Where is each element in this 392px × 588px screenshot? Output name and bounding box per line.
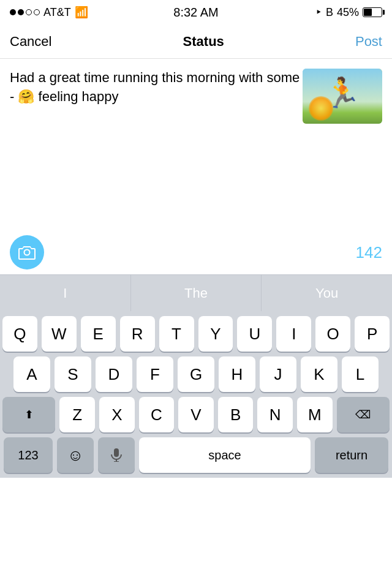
battery-fill [364, 9, 372, 16]
status-time: 8:32 AM [173, 6, 218, 20]
post-button[interactable]: Post [355, 34, 382, 50]
key-u[interactable]: U [237, 316, 272, 352]
key-f[interactable]: F [137, 356, 173, 392]
autocomplete-bar: I The You [0, 274, 392, 311]
return-key[interactable]: return [315, 437, 388, 473]
nav-bar: Cancel Status Post [0, 24, 392, 59]
key-q[interactable]: Q [2, 316, 37, 352]
bottom-toolbar: 142 [0, 230, 392, 274]
key-g[interactable]: G [178, 356, 214, 392]
emoji-key[interactable]: ☺ [57, 437, 94, 473]
carrier-label: AT&T [43, 6, 71, 19]
key-h[interactable]: H [219, 356, 255, 392]
key-d[interactable]: D [96, 356, 132, 392]
key-m[interactable]: M [297, 397, 333, 432]
svg-rect-0 [114, 448, 119, 457]
battery-indicator [363, 7, 382, 17]
status-bar: AT&T 📶 8:32 AM ‣ B 45% [0, 0, 392, 24]
num-key[interactable]: 123 [4, 437, 53, 473]
key-row-3: ⬆ Z X C V B N M ⌫ [2, 397, 390, 432]
photo-thumbnail[interactable]: 🏃 [303, 69, 382, 124]
keyboard: Q W E R T Y U I O P A S D F G H J K L ⬆ … [0, 311, 392, 478]
photo-runner-image: 🏃 [303, 69, 382, 124]
bluetooth-icon: B [326, 6, 333, 19]
signal-dot-4 [34, 9, 40, 15]
key-z[interactable]: Z [59, 397, 95, 432]
status-right: ‣ B 45% [315, 6, 382, 19]
status-left: AT&T 📶 [10, 6, 88, 19]
key-w[interactable]: W [42, 316, 77, 352]
key-l[interactable]: L [342, 356, 379, 392]
wifi-icon: 📶 [75, 6, 88, 19]
key-k[interactable]: K [301, 356, 337, 392]
camera-icon [18, 243, 36, 262]
location-icon: ‣ [315, 6, 322, 19]
key-c[interactable]: C [139, 397, 175, 432]
autocomplete-item-i[interactable]: I [0, 275, 131, 311]
key-t[interactable]: T [159, 316, 194, 352]
battery-percent: 45% [337, 6, 359, 19]
sun-glow [309, 96, 333, 121]
battery-body [363, 7, 382, 17]
camera-button[interactable] [10, 235, 44, 270]
mic-icon [111, 448, 122, 462]
page-title: Status [183, 34, 224, 50]
key-y[interactable]: Y [198, 316, 233, 352]
key-i[interactable]: I [276, 316, 311, 352]
signal-dot-3 [26, 9, 32, 15]
signal-dot-2 [18, 9, 24, 15]
key-e[interactable]: E [81, 316, 116, 352]
mic-key[interactable] [98, 437, 135, 473]
cancel-button[interactable]: Cancel [10, 34, 51, 50]
key-o[interactable]: O [315, 316, 350, 352]
space-key[interactable]: space [139, 437, 311, 473]
char-count: 142 [356, 243, 382, 262]
key-row-4: 123 ☺ space return [2, 437, 390, 473]
autocomplete-item-you[interactable]: You [262, 275, 392, 311]
signal-dots [10, 9, 40, 15]
autocomplete-item-the[interactable]: The [131, 275, 262, 311]
key-b[interactable]: B [218, 397, 254, 432]
key-a[interactable]: A [13, 356, 50, 392]
key-s[interactable]: S [55, 356, 91, 392]
key-v[interactable]: V [178, 397, 214, 432]
key-row-1: Q W E R T Y U I O P [2, 316, 390, 352]
key-n[interactable]: N [257, 397, 293, 432]
key-j[interactable]: J [260, 356, 296, 392]
key-x[interactable]: X [99, 397, 135, 432]
backspace-key[interactable]: ⌫ [337, 397, 390, 432]
shift-key[interactable]: ⬆ [2, 397, 55, 432]
key-p[interactable]: P [355, 316, 390, 352]
compose-area[interactable]: Had a great time running this morning wi… [0, 59, 392, 230]
signal-dot-1 [10, 9, 16, 15]
key-row-2: A S D F G H J K L [2, 356, 390, 392]
key-r[interactable]: R [120, 316, 155, 352]
